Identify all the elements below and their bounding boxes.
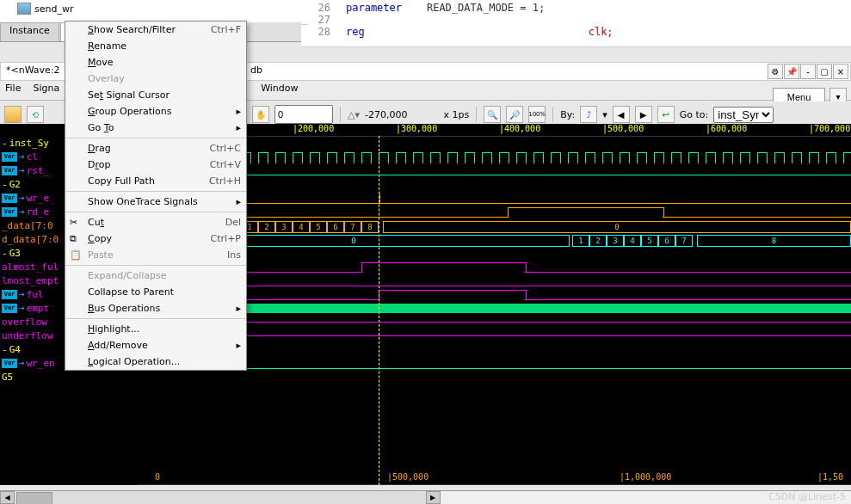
menu-item-move[interactable]: Move xyxy=(65,54,246,71)
menu-item-collapse-to-parent[interactable]: Collapse to Parent xyxy=(65,284,246,300)
menu-item-show-onetrace-signals[interactable]: Show OneTrace Signals▸ xyxy=(65,194,246,210)
menu-signal[interactable]: Signa xyxy=(33,83,59,98)
open-folder-icon[interactable] xyxy=(4,106,22,123)
zoom-in-icon[interactable]: 🔎 xyxy=(506,106,523,123)
window-control-buttons: ⚙ 📌 - ▢ × xyxy=(768,64,848,79)
ver-badge-icon: Ver xyxy=(2,290,17,299)
menu-item-bus-operations[interactable]: Bus Operations▸ xyxy=(65,300,246,317)
paste-icon: 📋 xyxy=(70,249,82,261)
arrow-icon: ➜ xyxy=(19,358,25,369)
scroll-thumb[interactable] xyxy=(16,492,52,504)
menu-item-go-to[interactable]: Go To▸ xyxy=(65,120,246,136)
ver-badge-icon: Ver xyxy=(2,194,17,203)
minimize-icon[interactable]: - xyxy=(800,64,816,79)
ver-badge-icon: Ver xyxy=(2,152,17,162)
goto-select[interactable]: inst_Sync xyxy=(713,107,774,123)
goto-label: Go to: xyxy=(680,109,709,120)
scroll-right-icon[interactable]: ▶ xyxy=(426,491,441,504)
module-icon xyxy=(17,3,31,15)
timescale-bottom: 0|500,000|1,000,000|1,50 xyxy=(138,472,851,485)
status-scrollbar: ◀ ▶ xyxy=(0,490,851,504)
time-input[interactable] xyxy=(274,105,333,124)
menu-item-highlight-[interactable]: Highlight... xyxy=(65,321,246,337)
gear-icon[interactable]: ⚙ xyxy=(768,64,783,79)
tree-item-sendwr[interactable]: send_wr xyxy=(3,2,305,15)
arrow-icon: ➜ xyxy=(19,289,25,300)
arrow-icon: ➜ xyxy=(19,165,25,176)
maximize-icon[interactable]: ▢ xyxy=(817,64,832,79)
zoom-100-icon[interactable]: 100% xyxy=(528,106,546,123)
menu-item-set-signal-cursor[interactable]: Set Signal Cursor xyxy=(65,87,246,103)
menu-window[interactable]: Window xyxy=(261,83,298,98)
menu-item-show-search-filter[interactable]: Show Search/FilterCtrl+F xyxy=(65,22,246,38)
context-menu: Show Search/FilterCtrl+FRenameMoveOverla… xyxy=(65,21,247,371)
menu-file[interactable]: File xyxy=(5,83,21,98)
zoom-out-icon[interactable]: 🔍 xyxy=(484,106,501,123)
window-title-right: db xyxy=(250,65,262,76)
ver-badge-icon: Ver xyxy=(2,304,17,313)
cut-icon: ✂ xyxy=(70,217,82,228)
window-title-left: *<nWave:2 xyxy=(1,63,65,77)
close-icon[interactable]: × xyxy=(833,64,848,79)
watermark: CSDN @Linest-5 xyxy=(768,491,846,502)
menu-item-add-remove[interactable]: Add/Remove▸ xyxy=(65,337,246,353)
code-editor: 26parameter READ_DATA_MODE = 1; 27 28reg… xyxy=(301,0,851,47)
delta-value: -270,000 xyxy=(365,109,407,120)
signal-row[interactable]: G5 xyxy=(0,370,138,384)
ver-badge-icon: Ver xyxy=(2,359,17,368)
prev-icon[interactable]: ◀ xyxy=(613,106,630,123)
next-icon[interactable]: ▶ xyxy=(635,106,652,123)
menu-item-drag[interactable]: DragCtrl+C xyxy=(65,140,246,157)
menu-item-expand-collapse: Expand/Collapse xyxy=(65,267,246,284)
menu-item-logical-operation-[interactable]: Logical Operation... xyxy=(65,353,246,370)
line-number: 26 xyxy=(305,2,346,14)
ver-badge-icon: Ver xyxy=(2,207,17,217)
arrow-icon: ➜ xyxy=(19,193,25,204)
tab-instance[interactable]: Instance xyxy=(0,22,59,41)
time-unit: x 1ps xyxy=(443,109,469,120)
menu-item-copy[interactable]: ⧉CopyCtrl+P xyxy=(65,230,246,247)
arrow-icon: ➜ xyxy=(19,151,25,163)
menu-item-drop[interactable]: DropCtrl+V xyxy=(65,157,246,173)
ver-badge-icon: Ver xyxy=(2,166,17,175)
by-label: By: xyxy=(560,109,575,120)
arrow-icon: ➜ xyxy=(19,303,25,314)
arrow-icon: ➜ xyxy=(19,206,25,218)
menu-item-overlay: Overlay xyxy=(65,71,246,87)
menu-item-paste: 📋PasteIns xyxy=(65,247,246,263)
by-dropdown-icon[interactable]: ▾ xyxy=(602,109,607,120)
delta-icon: △▾ xyxy=(348,109,360,120)
goto-icon[interactable]: ↩ xyxy=(657,106,675,123)
menu-item-rename[interactable]: Rename xyxy=(65,38,246,54)
menu-item-group-operations[interactable]: Group Operations▸ xyxy=(65,103,246,120)
menu-item-copy-full-path[interactable]: Copy Full PathCtrl+H xyxy=(65,173,246,189)
hand-icon[interactable]: ✋ xyxy=(252,106,269,123)
scroll-left-icon[interactable]: ◀ xyxy=(0,491,15,504)
menu-item-cut[interactable]: ✂CutDel xyxy=(65,214,246,230)
pin-icon[interactable]: 📌 xyxy=(784,64,799,79)
refresh-icon[interactable]: ⟲ xyxy=(27,106,44,123)
copy-icon: ⧉ xyxy=(70,233,82,244)
edge-icon[interactable]: ⤴ xyxy=(580,106,597,123)
cursor-line[interactable] xyxy=(379,136,379,485)
